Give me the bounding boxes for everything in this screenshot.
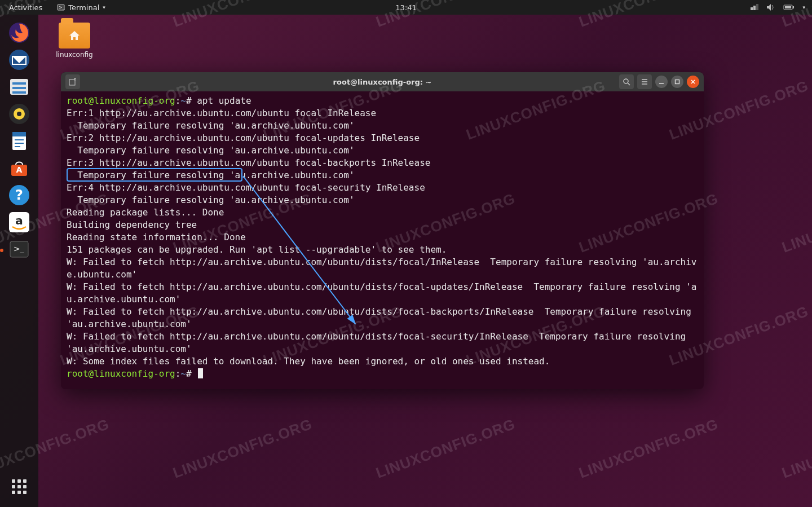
battery-icon[interactable] bbox=[783, 4, 795, 11]
clock-label: 13:41 bbox=[395, 3, 416, 12]
writer-icon bbox=[8, 130, 30, 155]
window-title: root@linuxconfig-org: ~ bbox=[333, 78, 432, 86]
svg-marker-2 bbox=[751, 7, 753, 10]
clock[interactable]: 13:41 bbox=[395, 3, 416, 12]
svg-point-18 bbox=[17, 112, 21, 116]
rhythmbox-icon bbox=[8, 103, 30, 127]
volume-icon[interactable] bbox=[766, 3, 775, 11]
app-menu-label: Terminal bbox=[68, 3, 99, 12]
dock-app-rhythmbox[interactable] bbox=[6, 102, 33, 129]
hamburger-menu-button[interactable] bbox=[637, 74, 652, 89]
svg-text:>_: >_ bbox=[14, 244, 25, 253]
system-tray[interactable]: ▾ bbox=[749, 3, 812, 11]
files-icon bbox=[8, 76, 30, 100]
activities-button[interactable]: Activities bbox=[7, 2, 45, 13]
svg-marker-3 bbox=[753, 6, 756, 10]
svg-marker-5 bbox=[767, 4, 771, 11]
dock-app-help[interactable]: ? bbox=[6, 183, 33, 210]
svg-text:A: A bbox=[16, 165, 23, 174]
activities-label: Activities bbox=[9, 3, 42, 12]
thunderbird-icon bbox=[8, 49, 30, 73]
search-button[interactable] bbox=[619, 74, 634, 89]
window-close-button[interactable] bbox=[687, 76, 699, 88]
svg-rect-42 bbox=[676, 80, 679, 84]
svg-text:>_: >_ bbox=[59, 5, 65, 10]
grid-icon bbox=[12, 479, 27, 494]
svg-rect-14 bbox=[12, 87, 26, 89]
watermark-text: LINUXCONFIG.ORG bbox=[577, 415, 721, 482]
chevron-down-icon: ▾ bbox=[802, 5, 805, 10]
close-icon bbox=[690, 79, 696, 85]
watermark-text: LINUXCONFIG.ORG bbox=[780, 189, 812, 256]
watermark-text: LINUXCONFIG.ORG bbox=[780, 415, 812, 482]
firefox-icon bbox=[8, 21, 30, 46]
terminal-window: root@linuxconfig-org: ~ root@linuxconfig… bbox=[61, 72, 704, 389]
terminal-output[interactable]: root@linuxconfig-org:~# apt updateErr:1 … bbox=[61, 91, 704, 389]
dock-app-writer[interactable] bbox=[6, 129, 33, 156]
svg-marker-4 bbox=[756, 4, 758, 10]
app-menu-button[interactable]: >_ Terminal ▾ bbox=[55, 2, 107, 13]
minimize-icon bbox=[659, 79, 664, 85]
maximize-icon bbox=[674, 79, 680, 85]
svg-line-37 bbox=[628, 83, 630, 85]
terminal-icon: >_ bbox=[8, 238, 30, 263]
watermark-text: LINUXCONFIG.ORG bbox=[374, 415, 518, 482]
watermark-text: LINUXCONFIG.ORG bbox=[171, 415, 315, 482]
svg-rect-15 bbox=[12, 91, 26, 94]
svg-rect-7 bbox=[793, 6, 794, 8]
desktop-folder-linuxconfig[interactable]: linuxconfig bbox=[52, 23, 97, 59]
dock-app-firefox[interactable] bbox=[6, 20, 33, 47]
folder-icon bbox=[59, 23, 90, 49]
svg-point-36 bbox=[624, 79, 628, 83]
software-icon: A bbox=[8, 157, 30, 182]
hamburger-icon bbox=[641, 78, 648, 86]
search-icon bbox=[623, 78, 630, 86]
svg-text:a: a bbox=[15, 214, 23, 227]
show-applications-button[interactable] bbox=[0, 473, 38, 500]
window-title-bar[interactable]: root@linuxconfig-org: ~ bbox=[61, 72, 704, 91]
terminal-icon: >_ bbox=[57, 3, 65, 11]
dock-app-thunderbird[interactable] bbox=[6, 47, 33, 74]
help-icon: ? bbox=[8, 184, 30, 209]
svg-marker-32 bbox=[69, 31, 80, 40]
amazon-icon: a bbox=[8, 211, 30, 236]
svg-rect-33 bbox=[69, 80, 75, 85]
chevron-down-icon: ▾ bbox=[103, 5, 105, 10]
window-minimize-button[interactable] bbox=[655, 76, 668, 88]
svg-rect-20 bbox=[12, 132, 26, 136]
svg-rect-8 bbox=[785, 6, 791, 8]
svg-text:?: ? bbox=[15, 187, 23, 203]
window-maximize-button[interactable] bbox=[671, 76, 683, 88]
new-tab-icon bbox=[69, 78, 77, 86]
desktop-folder-label: linuxconfig bbox=[52, 51, 97, 59]
dock-app-terminal[interactable]: >_ bbox=[6, 237, 33, 264]
dock-app-software[interactable]: A bbox=[6, 156, 33, 183]
dock-app-amazon[interactable]: a bbox=[6, 210, 33, 237]
dock: A?a>_ bbox=[0, 15, 38, 507]
dock-app-files[interactable] bbox=[6, 74, 33, 102]
network-icon[interactable] bbox=[749, 3, 758, 11]
new-tab-button[interactable] bbox=[65, 74, 80, 89]
svg-rect-13 bbox=[12, 82, 26, 85]
top-bar: Activities >_ Terminal ▾ 13:41 ▾ bbox=[0, 0, 812, 15]
